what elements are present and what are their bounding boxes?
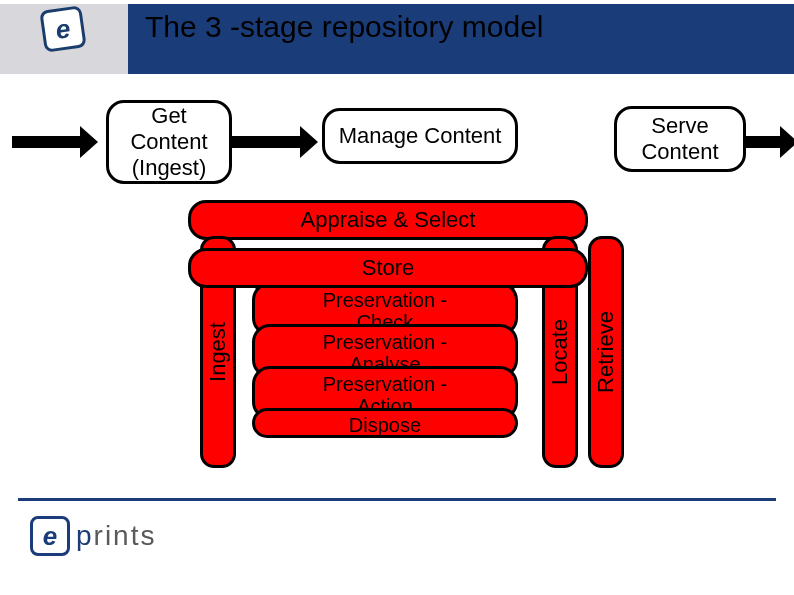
stage-label: Get Content (Ingest) (130, 103, 207, 181)
horizontal-bars: Appraise & Select Store (188, 200, 588, 296)
vbar-label: Locate (547, 319, 573, 385)
header-e-logo: e (39, 5, 86, 52)
stage-get-content: Get Content (Ingest) (106, 100, 232, 184)
stage-serve-content: Serve Content (614, 106, 746, 172)
slide-title: The 3 -stage repository model (145, 10, 544, 44)
vbar-label: Ingest (205, 322, 231, 382)
stage-label: Serve Content (641, 113, 718, 165)
footer-logo: e prints (30, 516, 156, 556)
bar-store: Store (188, 248, 588, 288)
eprints-wordmark: prints (76, 520, 156, 552)
stage-label: Manage Content (339, 123, 502, 149)
arrow-icon (744, 136, 782, 148)
footer-divider (18, 498, 776, 501)
arrow-icon (232, 136, 302, 148)
eprints-e-icon: e (30, 516, 70, 556)
vbar-label: Retrieve (593, 311, 619, 393)
stage-row: Get Content (Ingest) Manage Content Serv… (10, 100, 784, 190)
vbar-retrieve: Retrieve (588, 236, 624, 468)
arrow-icon (12, 136, 82, 148)
center-stack: Index Preservation - Check Preservation … (252, 264, 518, 438)
box-dispose: Dispose (252, 408, 518, 438)
stage-manage-content: Manage Content (322, 108, 518, 164)
slide-header: e The 3 -stage repository model (0, 0, 794, 84)
